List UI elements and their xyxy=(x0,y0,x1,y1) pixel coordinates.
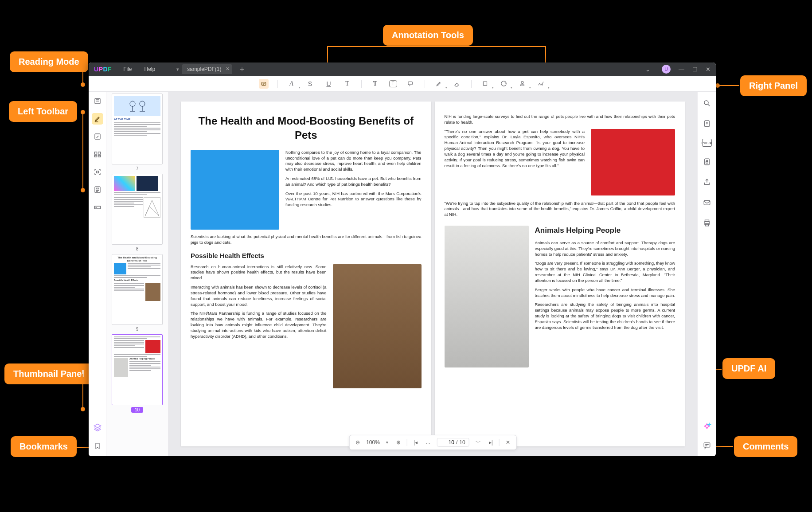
first-page-icon[interactable]: |◂ xyxy=(412,438,419,446)
zoom-dropdown-icon[interactable]: ▾ xyxy=(384,439,390,446)
window-controls: ⌄ U ― ☐ ✕ xyxy=(645,65,716,74)
maximize-icon[interactable]: ☐ xyxy=(692,66,698,73)
tool-textbox-icon[interactable]: T xyxy=(389,80,397,87)
print-icon[interactable] xyxy=(702,218,712,228)
tool-stamp-icon[interactable]: ▾ xyxy=(518,79,527,89)
callout-annotation-tools: Annotation Tools xyxy=(383,25,473,46)
new-tab-button[interactable]: ＋ xyxy=(238,65,246,74)
app-logo: UPDF xyxy=(89,66,117,73)
document-viewer[interactable]: The Health and Mood-Boosting Benefits of… xyxy=(168,92,697,456)
svg-point-14 xyxy=(130,101,135,106)
bookmark-icon[interactable] xyxy=(92,440,103,452)
tool-shapes-icon[interactable]: ▾ xyxy=(480,79,490,89)
updf-ai-icon[interactable] xyxy=(702,422,712,432)
callout-bookmarks: Bookmarks xyxy=(11,436,77,457)
collapse-chevron-icon[interactable]: ⌄ xyxy=(645,66,650,73)
callout-comments: Comments xyxy=(734,436,797,457)
svg-point-4 xyxy=(521,82,523,84)
svg-rect-2 xyxy=(483,82,487,85)
edit-mode-icon[interactable] xyxy=(92,131,103,142)
tool-text-icon[interactable]: T xyxy=(371,79,380,89)
export-icon[interactable] xyxy=(702,118,712,129)
comments-icon[interactable] xyxy=(702,440,712,451)
svg-rect-7 xyxy=(94,152,97,154)
redact-icon[interactable] xyxy=(92,202,103,213)
thumbnail-page-7[interactable]: AT THE TIME 7 xyxy=(112,94,163,171)
last-page-icon[interactable]: ▸| xyxy=(487,438,495,446)
image-desk-cat xyxy=(445,226,529,367)
thumbnail-panel-icon[interactable] xyxy=(92,422,103,433)
page-total: 10 xyxy=(459,439,465,446)
tool-underline-icon[interactable]: U xyxy=(324,79,334,89)
close-tab-icon[interactable]: ✕ xyxy=(226,66,230,72)
tool-squiggly-icon[interactable]: T xyxy=(343,79,352,89)
thumbnail-page-10[interactable]: Animals Helping People 10 xyxy=(112,334,163,413)
page-input[interactable] xyxy=(441,439,454,446)
prev-page-icon[interactable]: ︿ xyxy=(424,438,433,447)
svg-rect-20 xyxy=(704,201,710,205)
annotate-mode-icon[interactable] xyxy=(92,113,103,125)
user-avatar[interactable]: U xyxy=(662,65,671,74)
page-right: NIH is funding large-scale surveys to fi… xyxy=(435,102,685,446)
reader-mode-icon[interactable] xyxy=(92,95,103,107)
svg-point-15 xyxy=(140,101,145,106)
zoom-out-icon[interactable]: ⊖ xyxy=(354,438,362,446)
ocr-icon[interactable] xyxy=(92,166,103,178)
left-toolbar xyxy=(89,92,106,456)
tool-eraser-icon[interactable] xyxy=(453,79,462,89)
svg-rect-23 xyxy=(705,224,709,226)
tool-pencil-icon[interactable]: ▾ xyxy=(434,79,444,89)
heading-animals-helping: Animals Helping People xyxy=(535,226,675,236)
image-cat xyxy=(191,150,279,230)
svg-rect-9 xyxy=(94,155,97,157)
thumbnail-panel[interactable]: AT THE TIME 7 8 xyxy=(106,92,168,456)
close-nav-icon[interactable]: ✕ xyxy=(504,438,512,446)
minimize-icon[interactable]: ― xyxy=(679,66,684,73)
tool-sticker-icon[interactable]: ▾ xyxy=(499,79,509,89)
next-page-icon[interactable]: ﹀ xyxy=(474,438,483,447)
tool-select-icon[interactable] xyxy=(259,79,269,89)
thumbnail-page-8[interactable]: 8 xyxy=(112,174,163,251)
app-window: UPDF File Help ▾ samplePDF(1) ✕ ＋ ⌄ U ― … xyxy=(89,63,716,456)
organize-pages-icon[interactable] xyxy=(92,149,103,160)
tool-signature-icon[interactable]: ▾ xyxy=(536,79,546,89)
menu-help[interactable]: Help xyxy=(138,66,162,72)
menu-file[interactable]: File xyxy=(117,66,138,72)
convert-icon[interactable]: PDF/A xyxy=(702,139,712,147)
image-dogs-costume xyxy=(591,129,675,195)
search-icon[interactable] xyxy=(702,98,712,109)
page-left: The Health and Mood-Boosting Benefits of… xyxy=(181,102,431,446)
page-indicator: / 10 xyxy=(437,438,469,447)
right-panel: PDF/A xyxy=(697,92,716,456)
email-icon[interactable] xyxy=(702,197,712,208)
tool-callout-icon[interactable] xyxy=(406,79,416,89)
tab-list-dropdown[interactable]: ▾ xyxy=(176,66,179,72)
svg-rect-10 xyxy=(98,155,100,157)
document-tab[interactable]: samplePDF(1) ✕ xyxy=(182,64,232,74)
svg-point-16 xyxy=(704,101,708,105)
share-icon[interactable] xyxy=(702,177,712,188)
callout-updf-ai: UPDF AI xyxy=(722,358,775,379)
tool-highlight-icon[interactable]: A▾ xyxy=(287,79,297,89)
protect-icon[interactable] xyxy=(702,156,712,167)
close-window-icon[interactable]: ✕ xyxy=(706,66,710,73)
svg-rect-1 xyxy=(408,82,412,85)
svg-rect-13 xyxy=(94,206,101,209)
form-icon[interactable] xyxy=(92,184,103,195)
zoom-in-icon[interactable]: ⊕ xyxy=(394,438,402,446)
svg-rect-0 xyxy=(262,82,265,85)
svg-rect-18 xyxy=(704,159,709,165)
svg-point-3 xyxy=(501,81,506,86)
tab-label: samplePDF(1) xyxy=(187,66,221,72)
tool-strike-icon[interactable]: S xyxy=(305,79,315,89)
doc-title: The Health and Mood-Boosting Benefits of… xyxy=(191,114,422,143)
callout-left-toolbar: Left Toolbar xyxy=(9,101,77,122)
svg-rect-24 xyxy=(704,443,710,447)
tab-strip: ▾ samplePDF(1) ✕ ＋ xyxy=(172,64,245,74)
title-bar: UPDF File Help ▾ samplePDF(1) ✕ ＋ ⌄ U ― … xyxy=(89,63,716,76)
image-dog-cat xyxy=(333,264,422,388)
thumbnail-page-9[interactable]: The Health and Mood-Boosting Benefits of… xyxy=(112,254,163,332)
svg-rect-8 xyxy=(98,152,100,154)
callout-reading-mode: Reading Mode xyxy=(10,51,88,72)
navigation-panel: ⊖ 100% ▾ ⊕ |◂ ︿ / 10 ﹀ ▸| ✕ xyxy=(349,435,517,450)
